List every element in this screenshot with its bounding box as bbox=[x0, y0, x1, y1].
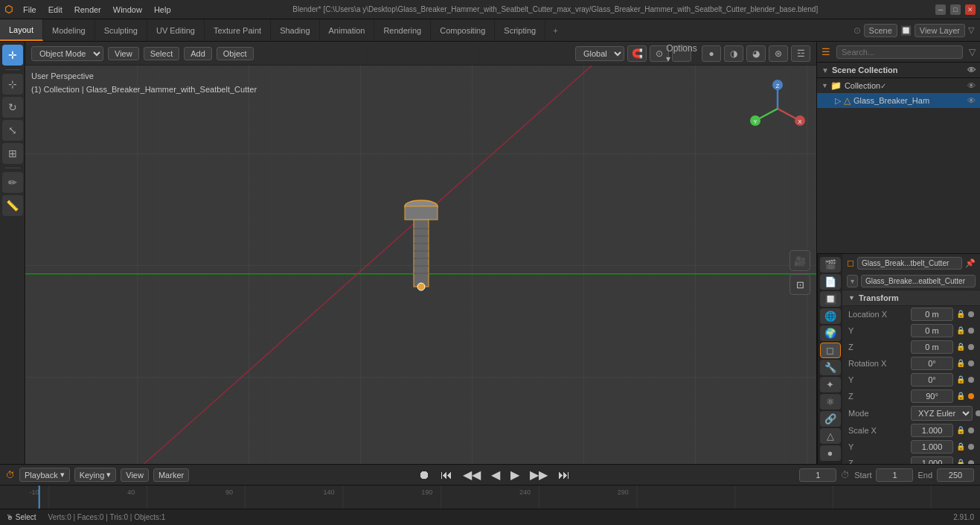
rotation-z-keyframe-dot[interactable] bbox=[968, 393, 974, 399]
tab-compositing[interactable]: Compositing bbox=[431, 19, 495, 41]
location-y-keyframe-dot[interactable] bbox=[968, 328, 974, 334]
timeline-track[interactable]: -10 40 90 140 190 240 290 bbox=[0, 486, 980, 509]
tab-animation[interactable]: Animation bbox=[320, 19, 375, 41]
tab-texture-paint[interactable]: Texture Paint bbox=[205, 19, 271, 41]
transform-tool-button[interactable]: ⊞ bbox=[2, 143, 23, 164]
data-props-button[interactable]: △ bbox=[820, 428, 841, 444]
marker-button[interactable]: Marker bbox=[153, 468, 189, 482]
camera-view-button[interactable]: 🎥 bbox=[790, 250, 810, 271]
play-reverse-button[interactable]: ◀ bbox=[488, 468, 503, 482]
viewport[interactable]: Object Mode View Select Add Object Globa… bbox=[25, 42, 816, 464]
viewport-xray-button[interactable]: ☲ bbox=[791, 45, 810, 62]
collection-item-root[interactable]: ▼ 📁 Collection ✓ 👁 bbox=[817, 78, 980, 93]
measure-tool-button[interactable]: 📏 bbox=[2, 195, 23, 216]
scale-y-input[interactable]: 1.000 bbox=[911, 440, 953, 454]
rotation-y-input[interactable]: 0° bbox=[911, 373, 953, 386]
render-props-button[interactable]: 🎬 bbox=[820, 257, 841, 273]
scene-selector[interactable]: Scene bbox=[864, 24, 897, 37]
maximize-button[interactable]: □ bbox=[950, 4, 961, 15]
location-z-lock[interactable]: 🔒 bbox=[956, 343, 965, 351]
tab-shading[interactable]: Shading bbox=[271, 19, 319, 41]
current-frame-input[interactable] bbox=[799, 468, 836, 482]
view-button[interactable]: View bbox=[121, 468, 149, 482]
record-button[interactable]: ⏺ bbox=[415, 468, 433, 482]
mode-keyframe-dot[interactable] bbox=[976, 410, 980, 416]
rotation-x-input[interactable]: 0° bbox=[911, 357, 953, 370]
playback-button[interactable]: Playback ▾ bbox=[19, 468, 70, 482]
axis-gizmo[interactable]: Z X Y bbox=[748, 79, 807, 139]
scale-x-lock[interactable]: 🔒 bbox=[956, 426, 965, 434]
annotate-tool-button[interactable]: ✏ bbox=[2, 172, 23, 193]
rotation-z-input[interactable]: 90° bbox=[911, 389, 953, 403]
orthographic-button[interactable]: ⊡ bbox=[790, 274, 810, 295]
tab-scripting[interactable]: Scripting bbox=[495, 19, 545, 41]
tab-uv-editing[interactable]: UV Editing bbox=[147, 19, 205, 41]
constraints-props-button[interactable]: 🔗 bbox=[820, 411, 841, 427]
scene-props-button[interactable]: 🌐 bbox=[820, 308, 841, 324]
location-x-lock[interactable]: 🔒 bbox=[956, 310, 965, 318]
menu-edit[interactable]: Edit bbox=[44, 4, 67, 16]
object-menu-button[interactable]: Object bbox=[217, 47, 254, 60]
location-z-keyframe-dot[interactable] bbox=[968, 344, 974, 350]
world-props-button[interactable]: 🌍 bbox=[820, 325, 841, 341]
outliner-search[interactable] bbox=[836, 45, 963, 59]
material-props-button[interactable]: ● bbox=[820, 445, 841, 461]
viewport-shading-material[interactable]: ◑ bbox=[724, 45, 743, 62]
add-menu-button[interactable]: Add bbox=[184, 47, 212, 60]
rotation-y-keyframe-dot[interactable] bbox=[968, 377, 974, 383]
blender-logo[interactable]: ⬡ bbox=[4, 4, 13, 15]
pin-icon[interactable]: 📌 bbox=[965, 258, 976, 268]
rotation-x-keyframe-dot[interactable] bbox=[968, 360, 974, 366]
start-frame-input[interactable] bbox=[876, 468, 913, 482]
location-x-keyframe-dot[interactable] bbox=[968, 311, 974, 317]
prev-keyframe-button[interactable]: ◀◀ bbox=[460, 468, 484, 482]
rotation-x-lock[interactable]: 🔒 bbox=[956, 359, 965, 367]
tab-modeling[interactable]: Modeling bbox=[43, 19, 95, 41]
play-button[interactable]: ▶ bbox=[507, 468, 522, 482]
close-button[interactable]: ✕ bbox=[965, 4, 976, 15]
snap-icon[interactable]: 🧲 bbox=[627, 45, 647, 62]
viewlayer-selector[interactable]: View Layer bbox=[915, 24, 965, 37]
scale-x-input[interactable]: 1.000 bbox=[911, 424, 953, 437]
physics-props-button[interactable]: ⚛ bbox=[820, 394, 841, 410]
object-name-input[interactable] bbox=[857, 257, 962, 270]
visibility-icon[interactable]: 👁 bbox=[967, 66, 976, 74]
location-x-input[interactable]: 0 m bbox=[911, 308, 953, 321]
menu-help[interactable]: Help bbox=[150, 4, 176, 16]
keying-button[interactable]: Keying ▾ bbox=[74, 468, 117, 482]
collection-check-icon[interactable]: ✓ bbox=[880, 82, 886, 90]
cursor-tool-button[interactable]: ✛ bbox=[2, 45, 23, 66]
scale-tool-button[interactable]: ⤡ bbox=[2, 120, 23, 141]
jump-end-button[interactable]: ⏭ bbox=[555, 468, 573, 482]
scale-z-input[interactable]: 1.000 bbox=[911, 456, 953, 465]
output-props-button[interactable]: 📄 bbox=[820, 274, 841, 290]
location-y-lock[interactable]: 🔒 bbox=[956, 326, 965, 334]
select-menu-button[interactable]: Select bbox=[144, 47, 180, 60]
object-mode-select[interactable]: Object Mode bbox=[31, 46, 103, 61]
tab-rendering[interactable]: Rendering bbox=[374, 19, 431, 41]
move-tool-button[interactable]: ⊹ bbox=[2, 74, 23, 95]
outliner-filter-icon[interactable]: ▽ bbox=[969, 47, 976, 57]
rotation-z-lock[interactable]: 🔒 bbox=[956, 392, 965, 400]
options-icon[interactable]: Options ▾ bbox=[672, 45, 691, 62]
collection-eye-icon[interactable]: 👁 bbox=[967, 81, 976, 90]
menu-window[interactable]: Window bbox=[109, 4, 147, 16]
view-layer-props-button[interactable]: 🔲 bbox=[820, 291, 841, 307]
scale-x-keyframe-dot[interactable] bbox=[968, 427, 974, 433]
collection-tree[interactable]: ▼ 📁 Collection ✓ 👁 ▷ △ Glass_Breaker_Ham… bbox=[817, 78, 980, 253]
next-keyframe-button[interactable]: ▶▶ bbox=[527, 468, 551, 482]
scale-z-lock[interactable]: 🔒 bbox=[956, 459, 965, 464]
collection-item-object[interactable]: ▷ △ Glass_Breaker_Ham 👁 bbox=[817, 93, 980, 108]
viewport-overlay-button[interactable]: ⊛ bbox=[769, 45, 788, 62]
object-props-button[interactable]: ◻ bbox=[820, 343, 841, 358]
data-block-input[interactable] bbox=[861, 275, 976, 287]
tab-layout[interactable]: Layout bbox=[0, 19, 43, 41]
menu-render[interactable]: Render bbox=[70, 4, 106, 16]
viewport-shading-rendered[interactable]: ◕ bbox=[746, 45, 766, 62]
pivot-select[interactable]: Global bbox=[575, 46, 624, 61]
tab-sculpting[interactable]: Sculpting bbox=[95, 19, 147, 41]
rotation-y-lock[interactable]: 🔒 bbox=[956, 375, 965, 384]
transform-section-header[interactable]: ▼ Transform bbox=[842, 290, 980, 306]
add-workspace-button[interactable]: + bbox=[545, 19, 565, 41]
scale-y-lock[interactable]: 🔒 bbox=[956, 442, 965, 451]
